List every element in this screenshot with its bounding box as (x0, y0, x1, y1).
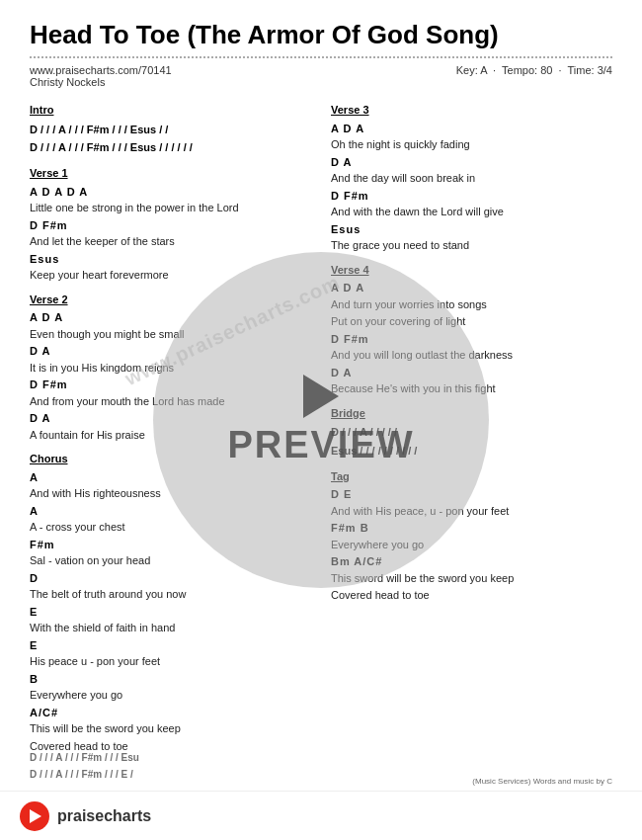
v2-chord-2: D A (30, 343, 311, 360)
cho-chord-3: F#m (30, 537, 311, 553)
verse3-section: Verse 3 A D A Oh the night is quickly fa… (331, 102, 612, 254)
col-right: Verse 3 A D A Oh the night is quickly fa… (331, 94, 612, 762)
bridge-line-1: D / / / A / / / / / (331, 423, 612, 442)
meta-left: www.praisecharts.com/70141 Christy Nocke… (30, 64, 172, 88)
v1-chord-2: D F#m (30, 217, 311, 234)
divider (30, 56, 612, 58)
v2-chord-3: D F#m (30, 377, 311, 393)
song-title: Head To Toe (The Armor Of God Song) (30, 20, 612, 50)
cho-lyric-8: This will be the sword you keep (30, 720, 311, 737)
chorus-section: Chorus A And with His righteousness A A … (30, 451, 311, 754)
intro-section: Intro D / / / A / / / F#m / / / Esus / /… (30, 102, 311, 157)
tempo-label: Tempo: 80 (502, 64, 552, 76)
tag-lyric-1: And with His peace, u - pon your feet (331, 503, 612, 520)
v3-lyric-4: The grace you need to stand (331, 237, 612, 254)
verse4-section: Verse 4 A D A And turn your worries into… (331, 262, 612, 397)
cho-chord-8: A/C# (30, 705, 311, 721)
url-text: www.praisecharts.com/70141 (30, 64, 172, 76)
verse2-section: Verse 2 A D A Even though you might be s… (30, 292, 311, 444)
cho-chord-7: B (30, 671, 311, 688)
key-label: Key: A (456, 64, 487, 76)
author-text: Christy Nockels (30, 76, 172, 88)
cho-lyric-7: Everywhere you go (30, 687, 311, 704)
v1-lyric-2: And let the keeper of the stars (30, 233, 311, 250)
cho-chord-5: E (30, 604, 311, 621)
v3-lyric-3: And with the dawn the Lord will give (331, 204, 612, 220)
v3-chord-2: D A (331, 154, 612, 171)
page: Head To Toe (The Armor Of God Song) www.… (0, 0, 642, 840)
tag-lyric-4: Covered head to toe (331, 587, 612, 604)
play-triangle-icon (30, 809, 41, 823)
v1-lyric-3: Keep your heart forevermore (30, 267, 311, 284)
v4-lyric-3: And you will long outlast the darkness (331, 347, 612, 364)
v2-lyric-2: It is in you His kingdom reigns (30, 360, 311, 377)
bridge-section: Bridge D / / / A / / / / / Esus / / / / … (331, 405, 612, 461)
v2-lyric-4: A fountain for His praise (30, 427, 311, 444)
brand-name: praisecharts (57, 807, 151, 825)
verse2-label: Verse 2 (30, 292, 311, 308)
tag-chord-2: F#m B (331, 520, 612, 537)
v3-chord-4: Esus (331, 221, 612, 238)
v4-chord-3: D F#m (331, 331, 612, 348)
v3-chord-1: A D A (331, 121, 612, 137)
v2-lyric-3: And from your mouth the Lord has made (30, 393, 311, 410)
cho-lyric-2: A - cross your chest (30, 519, 311, 536)
copyright-line: (Music Services) Words and music by C (472, 777, 612, 786)
intro-label: Intro (30, 102, 311, 119)
verse3-label: Verse 3 (331, 102, 612, 119)
v3-chord-3: D F#m (331, 188, 612, 205)
intro-line-2: D / / / A / / / F#m / / / Esus / / / / /… (30, 138, 311, 157)
intro-line-1: D / / / A / / / F#m / / / Esus / / (30, 121, 311, 139)
content-area: Intro D / / / A / / / F#m / / / Esus / /… (30, 94, 612, 762)
bridge-label: Bridge (331, 405, 612, 422)
bridge-line-2: Esus / / / / / / / / / / (331, 442, 612, 461)
v4-chord-4: D A (331, 365, 612, 381)
v2-chord-4: D A (30, 410, 311, 427)
v1-chord-1: A D A D A (30, 184, 311, 201)
tag-section: Tag D E And with His peace, u - pon your… (331, 468, 612, 604)
tag-chord-3: Bm A/C# (331, 553, 612, 570)
cho-lyric-4: The belt of truth around you now (30, 586, 311, 603)
v2-lyric-1: Even though you might be small (30, 326, 311, 343)
cho-lyric-3: Sal - vation on your head (30, 552, 311, 569)
v4-lyric-1: And turn your worries into songs (331, 296, 612, 313)
cho-chord-2: A (30, 503, 311, 520)
cho-lyric-5: With the shield of faith in hand (30, 620, 311, 636)
v3-lyric-2: And the day will soon break in (331, 170, 612, 187)
v4-chord-1: A D A (331, 280, 612, 296)
v1-lyric-1: Little one be strong in the power in the… (30, 200, 311, 216)
copyright-text: (Music Services) Words and music by C (472, 777, 612, 786)
v1-chord-3: Esus (30, 251, 311, 268)
tag-lyric-3: This sword will be the sword you keep (331, 570, 612, 587)
v2-chord-1: A D A (30, 309, 311, 326)
verse1-label: Verse 1 (30, 165, 311, 182)
verse1-section: Verse 1 A D A D A Little one be strong i… (30, 165, 311, 284)
cho-lyric-1: And with His righteousness (30, 485, 311, 502)
bottom-chord-line1: D / / / A / / / F#m / / / Esu (30, 749, 612, 766)
tag-chord-1: D E (331, 486, 612, 503)
tag-lyric-2: Everywhere you go (331, 537, 612, 553)
cho-chord-6: E (30, 637, 311, 654)
verse4-label: Verse 4 (331, 262, 612, 279)
v3-lyric-1: Oh the night is quickly fading (331, 136, 612, 153)
time-label: Time: 3/4 (568, 64, 612, 76)
col-left: Intro D / / / A / / / F#m / / / Esus / /… (30, 94, 311, 762)
cho-chord-4: D (30, 570, 311, 587)
meta-right: Key: A · Tempo: 80 · Time: 3/4 (456, 64, 612, 88)
bottom-bar: praisecharts (0, 791, 642, 840)
v4-lyric-4: Because He's with you in this fight (331, 380, 612, 397)
tag-label: Tag (331, 468, 612, 485)
cho-chord-1: A (30, 469, 311, 486)
cho-lyric-6: His peace u - pon your feet (30, 653, 311, 670)
chorus-label: Chorus (30, 451, 311, 467)
meta-row: www.praisecharts.com/70141 Christy Nocke… (30, 64, 612, 88)
v4-lyric-2: Put on your covering of light (331, 313, 612, 330)
play-button[interactable] (20, 801, 49, 831)
